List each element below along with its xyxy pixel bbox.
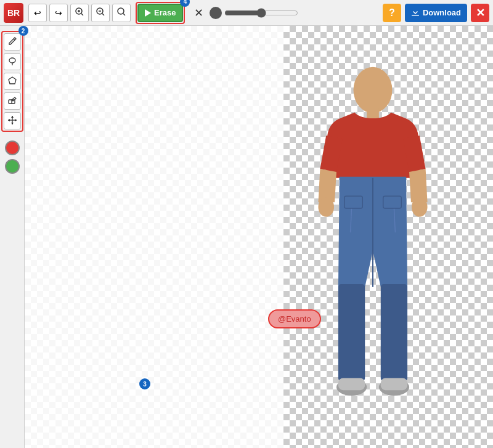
- main-toolbar: BR ↩ ↪: [0, 0, 493, 26]
- removed-background-area: [25, 26, 283, 448]
- help-button[interactable]: ?: [383, 4, 401, 22]
- zoom-in-icon: [75, 7, 84, 18]
- tools-group: [1, 31, 23, 132]
- polygon-icon: [7, 76, 17, 88]
- zoom-fit-button[interactable]: [112, 4, 131, 22]
- right-toolbar: ? Download ✕: [383, 4, 489, 22]
- color-swatches: [5, 141, 20, 174]
- cancel-icon: ✕: [194, 6, 203, 20]
- brush-preview: [210, 7, 222, 19]
- app-icon: BR: [4, 3, 23, 23]
- svg-line-6: [102, 14, 104, 15]
- play-icon: [145, 9, 151, 17]
- svg-rect-29: [381, 284, 407, 381]
- svg-line-8: [123, 14, 125, 15]
- canvas-background: @Evanto 3: [25, 26, 493, 448]
- move-tool-button[interactable]: [4, 112, 21, 129]
- download-button[interactable]: Download: [405, 4, 467, 22]
- undo-icon: ↩: [34, 8, 41, 18]
- svg-point-12: [9, 58, 15, 63]
- redo-button[interactable]: ↪: [49, 4, 68, 22]
- svg-rect-37: [338, 378, 365, 390]
- undo-button[interactable]: ↩: [28, 4, 47, 22]
- eraser-icon: [7, 96, 17, 107]
- svg-rect-9: [412, 15, 419, 16]
- svg-line-3: [81, 14, 83, 15]
- evanto-label: @Evanto: [268, 309, 321, 328]
- close-icon: ✕: [476, 6, 485, 20]
- lasso-tool-button[interactable]: [4, 53, 21, 70]
- svg-point-7: [118, 8, 124, 14]
- canvas-area: @Evanto 3: [25, 26, 493, 448]
- redo-icon: ↪: [55, 8, 62, 18]
- svg-rect-28: [338, 284, 365, 381]
- erase-badge: 4: [180, 0, 190, 7]
- background-color-button[interactable]: [5, 159, 20, 174]
- move-icon: [7, 115, 17, 127]
- left-sidebar: 2: [0, 26, 25, 448]
- erase-button-wrapper: Erase 4: [136, 2, 185, 24]
- zoom-in-button[interactable]: [70, 4, 89, 22]
- pencil-tool-button[interactable]: [4, 33, 21, 51]
- svg-marker-17: [12, 97, 16, 101]
- eraser-tool-button[interactable]: [4, 92, 21, 110]
- svg-marker-10: [413, 8, 418, 14]
- person-figure: [302, 57, 444, 433]
- sidebar-badge: 2: [18, 26, 28, 36]
- evanto-badge: 3: [139, 378, 150, 389]
- svg-marker-23: [15, 119, 17, 121]
- svg-marker-14: [9, 77, 16, 84]
- svg-point-24: [354, 67, 393, 113]
- erase-button[interactable]: Erase: [137, 4, 183, 22]
- download-icon: [411, 7, 420, 18]
- svg-marker-21: [11, 123, 14, 124]
- lasso-icon: [7, 56, 17, 68]
- brush-size-container: [210, 7, 333, 19]
- brush-size-slider[interactable]: [224, 8, 298, 18]
- close-button[interactable]: ✕: [471, 4, 489, 22]
- svg-marker-22: [8, 119, 10, 121]
- polygon-tool-button[interactable]: [4, 73, 21, 90]
- svg-line-11: [14, 39, 15, 40]
- help-icon: ?: [389, 7, 395, 18]
- svg-rect-38: [381, 378, 407, 390]
- svg-marker-20: [11, 116, 14, 118]
- svg-point-26: [318, 197, 334, 216]
- foreground-color-button[interactable]: [5, 141, 20, 155]
- svg-point-27: [412, 197, 428, 216]
- zoom-out-button[interactable]: [91, 4, 110, 22]
- zoom-out-icon: [96, 7, 105, 18]
- pencil-icon: [7, 36, 17, 48]
- zoom-fit-icon: [117, 7, 126, 18]
- cancel-erase-button[interactable]: ✕: [190, 4, 207, 22]
